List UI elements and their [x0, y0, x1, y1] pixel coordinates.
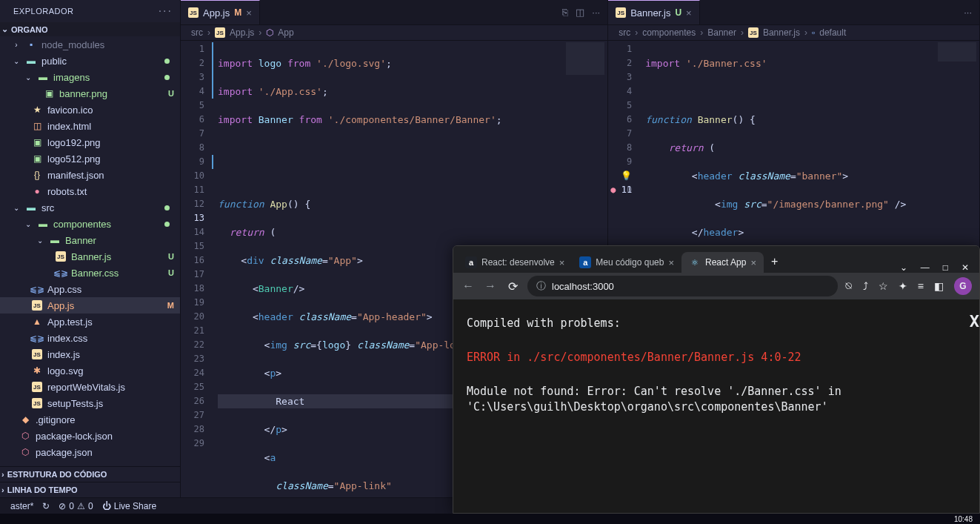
browser-tab-label: Meu código queb: [596, 257, 664, 268]
json-icon: {}: [31, 169, 43, 181]
tree-file-logo512[interactable]: ▣ logo512.png: [0, 150, 180, 167]
tree-file-banner-js[interactable]: JS Banner.js U: [0, 248, 180, 265]
forward-button[interactable]: →: [483, 279, 498, 293]
breadcrumb-right[interactable]: src› componentes› Banner› JS Banner.js› …: [608, 25, 979, 41]
tree-file-banner-css[interactable]: ⫹⫺ Banner.css U: [0, 265, 180, 281]
tree-file-index-html[interactable]: ◫ index.html: [0, 118, 180, 134]
browser-tab-react-docs[interactable]: a React: desenvolve ×: [458, 252, 572, 273]
symbol-icon: ▫: [812, 27, 815, 38]
more-icon[interactable]: ···: [964, 7, 972, 18]
folder-icon: ▪: [25, 39, 37, 50]
tree-file-logo-svg[interactable]: ✱ logo.svg: [0, 362, 180, 379]
tree-label: App.js: [47, 300, 163, 311]
git-dot-icon: [164, 59, 170, 64]
tree-folder-banner[interactable]: ⌄ ▬ Banner: [0, 232, 180, 248]
breakpoint-icon[interactable]: ●: [610, 185, 616, 195]
tree-file-index-css[interactable]: ⫹⫺ index.css: [0, 330, 180, 346]
profile-avatar[interactable]: G: [954, 277, 972, 295]
tree-file-app-css[interactable]: ⫹⫺ App.css: [0, 281, 180, 297]
outline-section[interactable]: › ESTRUTURA DO CÓDIGO: [0, 466, 180, 482]
chevron-right-icon: ›: [1, 470, 4, 479]
tree-folder-src[interactable]: ⌄ ▬ src: [0, 199, 180, 216]
window-maximize-button[interactable]: □: [943, 262, 948, 273]
folder-open-icon: ▬: [37, 71, 49, 83]
browser-tab-alura[interactable]: a Meu código queb ×: [572, 252, 681, 273]
browser-tab-react-app[interactable]: ⚛ React App ×: [681, 252, 764, 273]
tree-file-pkg[interactable]: ⬡ package.json: [0, 444, 180, 460]
browser-tab-label: React: desenvolve: [481, 257, 555, 268]
lightbulb-icon[interactable]: 💡: [621, 170, 632, 181]
project-root[interactable]: ⌄ ORGANO: [0, 22, 180, 36]
close-icon[interactable]: ×: [559, 257, 565, 268]
close-icon[interactable]: ×: [668, 257, 674, 268]
translate-icon[interactable]: ⦰: [845, 280, 853, 293]
tree-folder-imagens[interactable]: ⌄ ▬ imagens: [0, 69, 180, 85]
chevron-down-icon: ⌄: [1, 24, 8, 34]
tree-file-gitignore[interactable]: ◆ .gitignore: [0, 411, 180, 428]
tree-file-app-js[interactable]: JS App.js M: [0, 297, 180, 314]
close-icon[interactable]: ×: [246, 7, 252, 19]
new-tab-button[interactable]: +: [764, 251, 785, 273]
back-button[interactable]: ←: [461, 279, 476, 293]
side-panel-icon[interactable]: ◧: [934, 280, 944, 292]
live-share[interactable]: ⏻Live Share: [102, 501, 156, 511]
tree-label: componentes: [53, 219, 160, 230]
tree-file-setup-tests[interactable]: JS setupTests.js: [0, 395, 180, 411]
timeline-section[interactable]: › LINHA DO TEMPO: [0, 482, 180, 497]
browser-content: X Compiled with problems: ERROR in ./src…: [453, 299, 979, 513]
tree-file-favicon[interactable]: ★ favicon.ico: [0, 102, 180, 118]
problems-button[interactable]: ⊘0 ⚠0: [59, 501, 93, 511]
git-branch[interactable]: aster*: [7, 501, 33, 511]
tree-file-manifest[interactable]: {} manifest.json: [0, 167, 180, 183]
tab-banner-js[interactable]: JS Banner.js U ×: [608, 0, 699, 24]
close-icon[interactable]: ×: [686, 7, 692, 19]
split-editor-icon[interactable]: ◫: [576, 7, 584, 18]
tree-file-rwv[interactable]: JS reportWebVitals.js: [0, 379, 180, 395]
chevron-down-icon: ⌄: [24, 73, 33, 82]
tree-folder-componentes[interactable]: ⌄ ▬ componentes: [0, 216, 180, 232]
tab-git-status: M: [234, 7, 241, 18]
tree-file-pkg-lock[interactable]: ⬡ package-lock.json: [0, 428, 180, 444]
error-message: Module not found: Error: Can't resolve '…: [467, 384, 966, 417]
chevron-down-icon: ⌄: [12, 204, 21, 212]
tree-file-robots[interactable]: ● robots.txt: [0, 183, 180, 199]
more-icon[interactable]: ···: [592, 7, 600, 18]
overlay-close-button[interactable]: X: [970, 310, 979, 334]
favicon-icon: a: [579, 256, 591, 268]
share-icon[interactable]: ⤴: [863, 280, 868, 292]
tree-file-banner-png[interactable]: ▣ banner.png U: [0, 85, 180, 102]
sync-button[interactable]: ↻: [42, 501, 50, 511]
git-icon: ◆: [19, 414, 31, 425]
address-bar[interactable]: ⓘ localhost:3000: [527, 276, 838, 296]
minimize-icon[interactable]: ⌄: [900, 262, 907, 273]
tree-label: manifest.json: [47, 170, 174, 181]
tab-label: App.js: [203, 7, 230, 19]
js-icon: JS: [32, 398, 42, 408]
tree-file-index-js[interactable]: JS index.js: [0, 346, 180, 362]
chevron-right-icon: ›: [12, 41, 21, 49]
tree-folder-public[interactable]: ⌄ ▬ public: [0, 53, 180, 69]
tree-file-app-test[interactable]: ▲ App.test.js: [0, 314, 180, 330]
css-icon: ⫹⫺: [55, 267, 67, 279]
bookmark-icon[interactable]: ☆: [879, 280, 888, 292]
site-info-icon[interactable]: ⓘ: [536, 279, 546, 293]
tree-label: package-lock.json: [36, 431, 174, 442]
breadcrumb-item: Banner.js: [763, 27, 800, 38]
explorer-more-icon[interactable]: ···: [159, 4, 173, 18]
compare-changes-icon[interactable]: ⎘: [562, 7, 568, 18]
close-icon[interactable]: ×: [750, 257, 756, 268]
tree-folder-node-modules[interactable]: › ▪ node_modules: [0, 36, 180, 53]
tab-app-js[interactable]: JS App.js M ×: [181, 0, 260, 24]
reload-button[interactable]: ⟳: [505, 279, 520, 293]
window-minimize-button[interactable]: —: [921, 262, 930, 273]
breadcrumb-left[interactable]: src› JS App.js› ⬡ App: [181, 25, 607, 41]
browser-titlebar: a React: desenvolve × a Meu código queb …: [453, 246, 979, 273]
breadcrumb-item: componentes: [642, 27, 696, 38]
git-status: U: [168, 268, 174, 277]
tree-label: robots.txt: [47, 186, 174, 197]
js-icon: JS: [32, 349, 42, 359]
tree-file-logo192[interactable]: ▣ logo192.png: [0, 134, 180, 150]
extensions-icon[interactable]: ✦: [899, 280, 907, 292]
reading-list-icon[interactable]: ≡: [918, 280, 924, 292]
window-close-button[interactable]: ✕: [961, 262, 969, 273]
